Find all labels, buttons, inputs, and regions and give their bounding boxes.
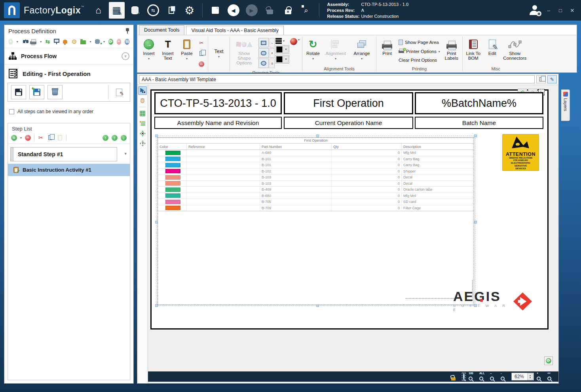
- rotate-button[interactable]: ↻Rotate▾: [304, 37, 322, 65]
- bell-icon[interactable]: [63, 38, 68, 45]
- ellipse-shape-button[interactable]: [258, 59, 269, 68]
- zoom-all-icon[interactable]: ALL: [479, 373, 487, 381]
- canvas-refresh-button[interactable]: ⟳: [544, 356, 553, 365]
- zoom-out-icon[interactable]: -: [501, 373, 509, 381]
- database-caret-icon[interactable]: ▾: [103, 40, 105, 44]
- back-icon[interactable]: ◀: [226, 2, 241, 19]
- link-to-bom-button[interactable]: Link To BOM: [464, 37, 482, 65]
- show-shape-options-button[interactable]: Show Shape Options: [232, 37, 257, 69]
- assembly-name-label-box[interactable]: Assembly Name and Revision: [154, 117, 282, 129]
- outline-tool[interactable]: [138, 119, 147, 128]
- pause-icon[interactable]: [125, 39, 129, 45]
- remove-icon[interactable]: −: [117, 39, 122, 45]
- move-delete-tool[interactable]: [138, 129, 147, 138]
- add-step-caret-icon[interactable]: ▾: [20, 136, 22, 140]
- add-caret-icon[interactable]: ▾: [17, 40, 18, 44]
- edit-button[interactable]: Edit: [483, 37, 501, 65]
- batch-name-label-box[interactable]: Batch Name: [415, 117, 543, 129]
- forward-icon[interactable]: ▶: [244, 2, 260, 19]
- scroll-down-icon[interactable]: ▾: [270, 48, 275, 58]
- close-button[interactable]: ✕: [569, 8, 575, 13]
- gear-icon[interactable]: ⚙: [71, 38, 77, 45]
- cut-icon[interactable]: ✂: [38, 134, 44, 141]
- layers-tab[interactable]: Layers: [561, 89, 570, 121]
- archive-icon[interactable]: [127, 2, 143, 19]
- folder-caret-icon[interactable]: ▾: [89, 40, 91, 44]
- move-filter-tool[interactable]: [138, 139, 147, 148]
- presentation-icon[interactable]: [54, 38, 59, 45]
- settings-gear-icon[interactable]: ⚙: [182, 2, 197, 19]
- maximize-button[interactable]: □: [557, 8, 564, 13]
- print-caret-icon[interactable]: ▾: [40, 40, 42, 44]
- zoom-in-icon[interactable]: +: [537, 373, 545, 381]
- remove-icon[interactable]: −: [197, 61, 205, 68]
- zoom-out-fast-icon[interactable]: --: [490, 373, 498, 381]
- bom-table[interactable]: First Operation Color Reference Part Num…: [158, 137, 474, 305]
- design-canvas[interactable]: ↶ ↷ ⤡ CTO-TP-5-13-2013 - 1.0 First Opera…: [137, 85, 558, 383]
- copy-icon[interactable]: [47, 134, 53, 141]
- text-button[interactable]: Text▾: [210, 37, 228, 70]
- copy-icon[interactable]: [197, 50, 205, 57]
- insert-button[interactable]: →Insert▾: [140, 37, 158, 70]
- any-order-checkbox[interactable]: [9, 109, 14, 114]
- printer-options-button[interactable]: Printer Options▾: [399, 49, 440, 54]
- fill-color-picker[interactable]: ▾: [275, 55, 289, 64]
- scroll-up-icon[interactable]: ▴: [270, 38, 275, 47]
- tab-visual-aid-tools[interactable]: Visual Aid Tools - AAA - Basic Assembly: [186, 26, 283, 35]
- user-logout-icon[interactable]: ⊗: [530, 5, 540, 15]
- cut-icon[interactable]: ✂: [197, 39, 205, 46]
- step-chevron-icon[interactable]: ▾: [124, 151, 127, 156]
- binoculars-icon[interactable]: [22, 38, 27, 45]
- add-icon[interactable]: +: [8, 39, 13, 45]
- wi-template-page[interactable]: ↶ ↷ ⤡ CTO-TP-5-13-2013 - 1.0 First Opera…: [150, 89, 549, 330]
- paste-icon[interactable]: [57, 134, 63, 141]
- print-labels-button[interactable]: Print Labels: [442, 37, 461, 65]
- refresh-icon[interactable]: ⟳: [108, 39, 113, 45]
- print-icon[interactable]: [30, 38, 36, 45]
- save-icon[interactable]: [207, 2, 223, 19]
- save-as-button[interactable]: ↰: [29, 85, 44, 99]
- zoom-selection-icon[interactable]: [462, 373, 466, 381]
- rounded-rectangle-shape-button[interactable]: [258, 48, 269, 58]
- show-connectors-button[interactable]: Show Connectors: [502, 37, 528, 65]
- edit-mode-button[interactable]: ✎: [547, 75, 557, 83]
- material-ball-icon[interactable]: [290, 38, 297, 45]
- show-page-area-button[interactable]: Show Page Area: [399, 40, 440, 45]
- alignment-button[interactable]: Alignment▾: [323, 37, 348, 65]
- pan-tool[interactable]: [138, 96, 147, 105]
- database-icon[interactable]: [95, 38, 99, 45]
- process-flow-row[interactable]: Process Flow ▾: [4, 48, 133, 64]
- edit-notes-button[interactable]: [112, 85, 127, 99]
- step-drag-handle[interactable]: [11, 148, 14, 161]
- insert-text-button[interactable]: TInsert Text: [159, 37, 177, 70]
- folder-icon[interactable]: [80, 38, 86, 45]
- select-tool[interactable]: [138, 86, 147, 95]
- move-up-icon[interactable]: ↑: [112, 135, 118, 141]
- print-button[interactable]: Print: [378, 37, 396, 65]
- esd-warning-sign[interactable]: ATTENTION OBSERVE PRECAUTIONS FOR HANDLI…: [502, 134, 539, 171]
- transfer-icon[interactable]: ⇆: [145, 2, 161, 19]
- move-top-icon[interactable]: ↑: [103, 135, 108, 141]
- activity-item-selected[interactable]: Basic Instruction Activity #1: [8, 164, 130, 176]
- zoom-level-spinner[interactable]: 62% ▲▼: [511, 373, 534, 381]
- unlock-icon[interactable]: [262, 2, 278, 19]
- zoom-in-fast-icon[interactable]: ++: [547, 373, 555, 381]
- scroll-more-icon[interactable]: ⇊: [270, 59, 275, 68]
- material-caret-icon[interactable]: ▾: [298, 38, 300, 42]
- stroke-color-picker[interactable]: ▾: [275, 45, 289, 54]
- operation-name-label-box[interactable]: Current Operation Name: [284, 117, 413, 129]
- move-down-icon[interactable]: ↓: [121, 135, 127, 141]
- tab-document-tools[interactable]: Document Tools: [139, 25, 184, 35]
- delete-button[interactable]: [47, 85, 63, 99]
- pages-view-button[interactable]: [536, 75, 546, 83]
- add-step-icon[interactable]: +: [11, 135, 17, 141]
- step-item[interactable]: Standard Step #1: [10, 147, 117, 161]
- line-thickness-caret-icon[interactable]: ▾: [283, 39, 285, 43]
- batch-name-box[interactable]: %BatchName%: [415, 92, 543, 114]
- zoom-100-icon[interactable]: 100: [469, 373, 477, 381]
- clear-print-options-button[interactable]: Clear Print Options: [399, 58, 440, 62]
- grid-tool[interactable]: [138, 109, 147, 118]
- zoom-lock-icon[interactable]: [451, 373, 459, 381]
- save-button[interactable]: [11, 85, 26, 99]
- line-thickness-icon[interactable]: [275, 38, 282, 44]
